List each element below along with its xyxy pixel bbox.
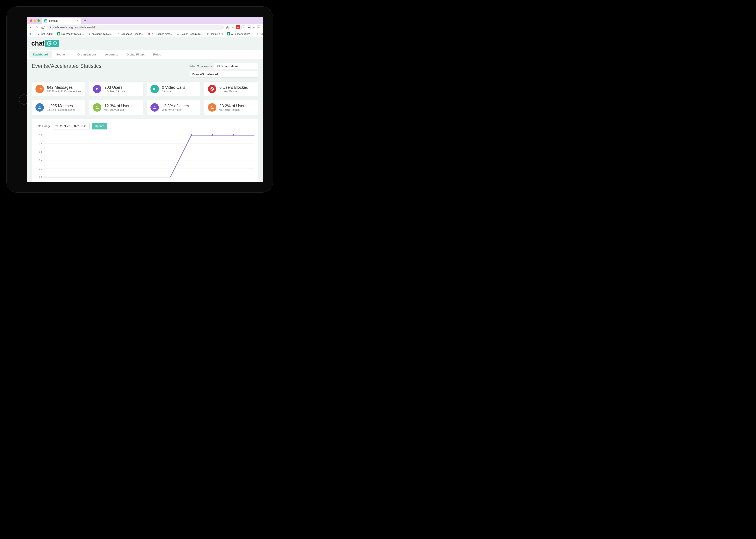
bookmark-item[interactable]: ▲12ft Ladder	[37, 33, 53, 36]
extension-icon-4[interactable]: ◧	[257, 25, 261, 29]
back-button[interactable]	[29, 25, 33, 30]
extensions-puzzle-icon[interactable]: ✦	[252, 25, 256, 29]
logo-text-go: G	[45, 39, 59, 47]
stat-text: 12.3% of Users with 75%+ match	[162, 104, 189, 112]
bookmark-favicon: ▲	[37, 33, 40, 36]
bookmark-favicon: ≡	[117, 33, 120, 36]
bookmark-label: Folder - Google D…	[181, 33, 203, 35]
nav-tab-roles[interactable]: Roles	[149, 51, 165, 58]
app-nav: DashboardEventsOrganisationsAccountsGlob…	[27, 50, 263, 59]
tab-favicon: GO	[44, 19, 47, 23]
nav-tab-accounts[interactable]: Accounts	[101, 51, 122, 58]
address-bar[interactable]: dashboard.chatgo.app/dashboard/60	[47, 25, 224, 30]
svg-point-31	[211, 134, 213, 136]
bookmark-label: NH Buenos Aires…	[152, 33, 173, 35]
line-chart: 0.00.20.40.60.81.0	[36, 133, 254, 179]
chart-controls: Date Range 2022-09-29 - 2022-09-29 Updat…	[36, 123, 254, 129]
svg-rect-6	[153, 88, 155, 90]
chart-area: 0.00.20.40.60.81.0	[36, 133, 254, 179]
bookmark-label: SG Weekly Sync.x…	[61, 33, 84, 35]
bookmark-item[interactable]: G	[29, 33, 33, 36]
svg-text:0.0: 0.0	[39, 176, 42, 178]
share-icon[interactable]	[225, 25, 229, 29]
stat-card: 203 Users 1 Online, 0 Active	[89, 81, 143, 97]
users-icon	[150, 103, 159, 112]
bookmark-favicon: ▦	[57, 33, 60, 36]
bookmark-star-icon[interactable]: ☆	[231, 25, 235, 29]
bookmark-label: Untitled Venn Dia…	[260, 33, 263, 35]
new-tab-button[interactable]: +	[83, 18, 88, 23]
bookmark-favicon: G	[88, 33, 91, 36]
event-select[interactable]: Events//Accelerated	[190, 71, 258, 78]
window-maximize[interactable]	[38, 19, 40, 22]
stat-text: 23.2% of Users with 50%+ match	[219, 104, 246, 112]
stat-subtitle: 1 Users Banned	[219, 90, 248, 93]
tab-close-icon[interactable]: ×	[77, 19, 79, 23]
stat-subtitle: 280 Direct, 84 Conversations	[47, 90, 81, 93]
svg-line-8	[211, 88, 213, 90]
bookmark-item[interactable]: ▦SG Weekly Sync.x…	[57, 33, 84, 36]
bookmark-item[interactable]: ≡streamGo Reports…	[117, 33, 144, 36]
chart-panel: Date Range 2022-09-29 - 2022-09-29 Updat…	[32, 119, 258, 182]
svg-text:0.6: 0.6	[39, 151, 42, 153]
stat-card: 1,205 Matches 23.2% of users matched	[32, 100, 86, 115]
nav-tab-events[interactable]: Events	[52, 51, 70, 58]
stat-title: 0 Video Calls	[162, 85, 185, 90]
svg-point-4	[96, 88, 97, 89]
stat-subtitle: 0 Active	[162, 90, 185, 93]
window-controls	[28, 19, 42, 22]
browser-tab[interactable]: GO chatGo ×	[42, 18, 81, 24]
bookmark-label: site:hopin.com/ev…	[92, 33, 114, 35]
page-title: Events//Accelerated Statistics	[32, 63, 101, 69]
window-close[interactable]	[30, 19, 33, 22]
reload-button[interactable]	[41, 25, 45, 30]
chat-bubble-icon	[52, 41, 57, 46]
org-select[interactable]: All Organisations	[214, 63, 258, 69]
stat-title: 23.2% of Users	[219, 104, 246, 108]
bookmark-item[interactable]: HNH Buenos Aires…	[148, 33, 173, 36]
toolbar-actions: ☆ 17 S ▦ ✦ ◧	[225, 25, 261, 29]
extension-icon-3[interactable]: ▦	[247, 25, 251, 29]
svg-point-12	[97, 107, 98, 108]
bookmark-item[interactable]: VUntitled Venn Dia…	[256, 33, 263, 36]
org-filters: Select Organisation All Organisations Ev…	[189, 63, 258, 78]
users-icon	[208, 103, 216, 112]
bookmark-item[interactable]: ▦AD opportunities/…	[227, 33, 252, 36]
stat-title: 203 Users	[104, 85, 125, 90]
svg-point-11	[96, 106, 97, 108]
forward-button[interactable]	[35, 25, 39, 30]
org-select-label: Select Organisation	[189, 65, 212, 68]
envelope-icon	[36, 85, 44, 93]
svg-point-32	[233, 134, 234, 136]
stat-text: 642 Messages 280 Direct, 84 Conversation…	[47, 85, 81, 93]
page-body: Events//Accelerated Statistics Select Or…	[27, 59, 263, 182]
date-range-input[interactable]: 2022-09-29 - 2022-09-29	[53, 123, 90, 129]
page-head: Events//Accelerated Statistics Select Or…	[32, 63, 258, 78]
bookmark-label: sputnik-s73	[210, 33, 223, 35]
stat-subtitle: with 50%+ match	[219, 108, 246, 112]
bookmark-item[interactable]: Gsite:hopin.com/ev…	[88, 33, 114, 36]
stat-card: 12.3% of Users with 75%+ match	[147, 100, 201, 115]
stat-title: 642 Messages	[47, 85, 81, 90]
date-range-label: Date Range	[36, 124, 51, 128]
extension-icon-2[interactable]: S	[241, 25, 245, 29]
url-text: dashboard.chatgo.app/dashboard/60	[53, 26, 96, 29]
bookmark-item[interactable]: △Folder - Google D…	[177, 33, 203, 36]
bookmark-item[interactable]: ⊕sputnik-s73	[207, 33, 223, 36]
extension-icon-1[interactable]: 17	[236, 25, 240, 29]
bookmark-favicon: G	[29, 33, 32, 36]
stat-title: 0 Users Blocked	[219, 85, 248, 90]
update-button[interactable]: Update	[92, 123, 107, 129]
svg-point-14	[155, 107, 156, 108]
svg-point-2	[55, 43, 55, 43]
bookmarks-bar: G▲12ft Ladder▦SG Weekly Sync.x…Gsite:hop…	[27, 31, 263, 37]
nav-tab-dashboard[interactable]: Dashboard	[29, 51, 52, 58]
window-minimize[interactable]	[34, 19, 36, 22]
stat-subtitle: with 100% match	[104, 108, 131, 112]
stat-text: 12.3% of Users with 100% match	[104, 104, 131, 112]
nav-tab-organisations[interactable]: Organisations	[74, 51, 101, 58]
svg-point-5	[97, 88, 98, 89]
block-icon	[208, 85, 216, 93]
nav-tab-global-filters[interactable]: Global Filters	[123, 51, 149, 58]
stat-title: 1,205 Matches	[47, 104, 75, 108]
